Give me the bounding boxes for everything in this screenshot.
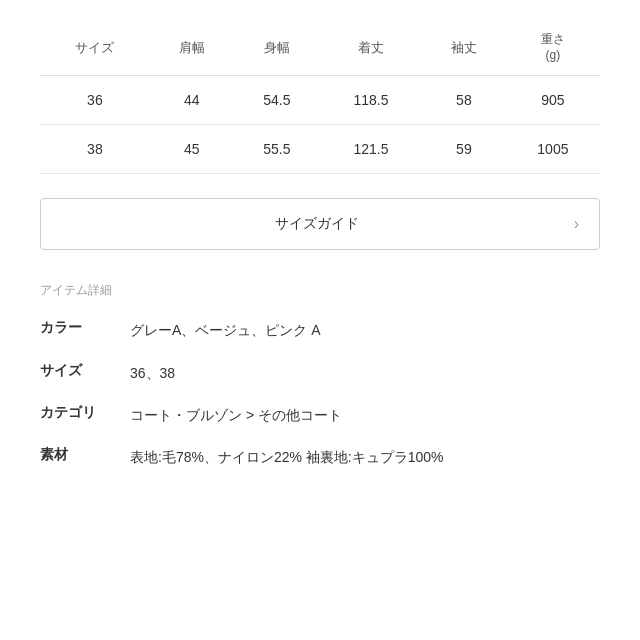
cell-weight-36: 905 bbox=[506, 76, 600, 125]
value-material: 表地:毛78%、ナイロン22% 袖裏地:キュプラ100% bbox=[130, 446, 444, 468]
col-header-size: サイズ bbox=[40, 20, 150, 76]
chevron-right-icon: › bbox=[574, 215, 579, 233]
item-details-section: アイテム詳細 カラー グレーA、ベージュ、ピンク A サイズ 36、38 カテゴ… bbox=[40, 282, 600, 469]
cell-shoulder-38: 45 bbox=[150, 125, 234, 174]
col-header-length: 着丈 bbox=[320, 20, 422, 76]
table-header-row: サイズ 肩幅 身幅 着丈 袖丈 重さ(g) bbox=[40, 20, 600, 76]
value-category: コート・ブルゾン > その他コート bbox=[130, 404, 342, 426]
col-header-shoulder: 肩幅 bbox=[150, 20, 234, 76]
detail-row-color: カラー グレーA、ベージュ、ピンク A bbox=[40, 319, 600, 341]
col-header-weight: 重さ(g) bbox=[506, 20, 600, 76]
size-table: サイズ 肩幅 身幅 着丈 袖丈 重さ(g) 36 44 54.5 118.5 5… bbox=[40, 20, 600, 174]
size-guide-button[interactable]: サイズガイド › bbox=[40, 198, 600, 250]
cell-width-36: 54.5 bbox=[234, 76, 320, 125]
page-container: サイズ 肩幅 身幅 着丈 袖丈 重さ(g) 36 44 54.5 118.5 5… bbox=[0, 0, 640, 509]
detail-row-category: カテゴリ コート・ブルゾン > その他コート bbox=[40, 404, 600, 426]
size-guide-label: サイズガイド bbox=[61, 215, 574, 233]
detail-row-material: 素材 表地:毛78%、ナイロン22% 袖裏地:キュプラ100% bbox=[40, 446, 600, 468]
cell-size-36: 36 bbox=[40, 76, 150, 125]
table-row: 38 45 55.5 121.5 59 1005 bbox=[40, 125, 600, 174]
label-category: カテゴリ bbox=[40, 404, 130, 422]
value-size: 36、38 bbox=[130, 362, 175, 384]
cell-length-38: 121.5 bbox=[320, 125, 422, 174]
detail-row-size: サイズ 36、38 bbox=[40, 362, 600, 384]
cell-sleeve-38: 59 bbox=[422, 125, 506, 174]
cell-shoulder-36: 44 bbox=[150, 76, 234, 125]
cell-size-38: 38 bbox=[40, 125, 150, 174]
cell-width-38: 55.5 bbox=[234, 125, 320, 174]
cell-sleeve-36: 58 bbox=[422, 76, 506, 125]
label-material: 素材 bbox=[40, 446, 130, 464]
cell-weight-38: 1005 bbox=[506, 125, 600, 174]
section-title: アイテム詳細 bbox=[40, 282, 600, 299]
cell-length-36: 118.5 bbox=[320, 76, 422, 125]
label-size: サイズ bbox=[40, 362, 130, 380]
col-header-sleeve: 袖丈 bbox=[422, 20, 506, 76]
label-color: カラー bbox=[40, 319, 130, 337]
col-header-width: 身幅 bbox=[234, 20, 320, 76]
table-row: 36 44 54.5 118.5 58 905 bbox=[40, 76, 600, 125]
value-color: グレーA、ベージュ、ピンク A bbox=[130, 319, 321, 341]
